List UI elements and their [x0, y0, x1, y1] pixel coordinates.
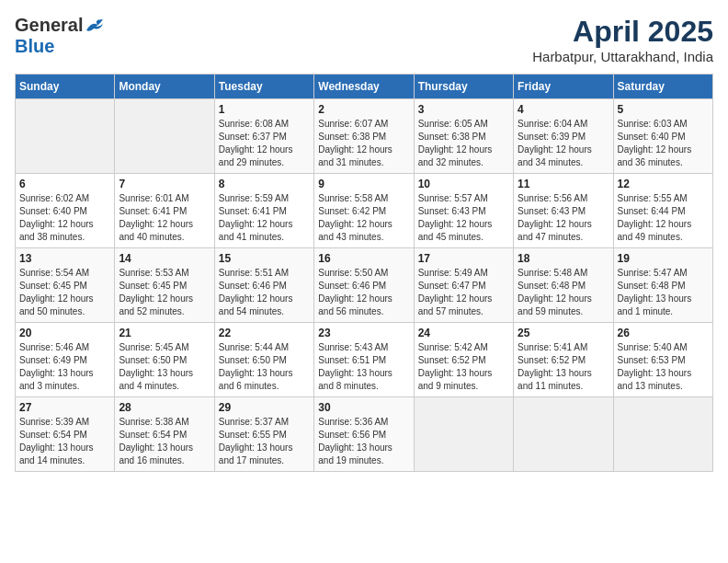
day-number: 26	[618, 327, 709, 339]
logo-bird-icon	[85, 17, 105, 34]
day-number: 22	[219, 327, 310, 339]
day-info: Sunrise: 5:38 AM Sunset: 6:54 PM Dayligh…	[119, 416, 210, 467]
day-info: Sunrise: 5:39 AM Sunset: 6:54 PM Dayligh…	[19, 416, 110, 467]
day-info: Sunrise: 5:37 AM Sunset: 6:55 PM Dayligh…	[219, 416, 310, 467]
calendar-cell: 21Sunrise: 5:45 AM Sunset: 6:50 PM Dayli…	[115, 323, 214, 397]
day-number: 6	[19, 178, 110, 190]
day-info: Sunrise: 5:47 AM Sunset: 6:48 PM Dayligh…	[618, 267, 709, 318]
day-number: 11	[518, 178, 609, 190]
logo: General Blue	[15, 15, 105, 57]
calendar-cell: 16Sunrise: 5:50 AM Sunset: 6:46 PM Dayli…	[314, 248, 414, 323]
calendar-cell: 3Sunrise: 6:05 AM Sunset: 6:38 PM Daylig…	[414, 99, 513, 174]
day-number: 28	[119, 401, 210, 414]
day-info: Sunrise: 5:48 AM Sunset: 6:48 PM Dayligh…	[518, 267, 609, 318]
day-info: Sunrise: 5:36 AM Sunset: 6:56 PM Dayligh…	[318, 416, 409, 467]
calendar-cell: 19Sunrise: 5:47 AM Sunset: 6:48 PM Dayli…	[613, 248, 712, 323]
day-number: 5	[618, 103, 709, 116]
calendar-cell	[115, 99, 214, 174]
week-row-4: 20Sunrise: 5:46 AM Sunset: 6:49 PM Dayli…	[16, 323, 713, 397]
calendar-cell: 7Sunrise: 6:01 AM Sunset: 6:41 PM Daylig…	[115, 174, 214, 248]
calendar-cell: 14Sunrise: 5:53 AM Sunset: 6:45 PM Dayli…	[115, 248, 214, 323]
location-subtitle: Harbatpur, Uttarakhand, India	[532, 49, 713, 64]
calendar-cell: 8Sunrise: 5:59 AM Sunset: 6:41 PM Daylig…	[214, 174, 313, 248]
calendar-cell: 1Sunrise: 6:08 AM Sunset: 6:37 PM Daylig…	[214, 99, 313, 174]
day-header-thursday: Thursday	[414, 75, 513, 99]
calendar-cell: 28Sunrise: 5:38 AM Sunset: 6:54 PM Dayli…	[115, 397, 214, 472]
logo-general: General	[15, 15, 83, 36]
day-info: Sunrise: 5:56 AM Sunset: 6:43 PM Dayligh…	[518, 192, 609, 244]
day-number: 27	[19, 401, 110, 414]
day-number: 2	[318, 103, 409, 116]
day-number: 7	[119, 178, 210, 190]
day-number: 29	[219, 401, 310, 414]
days-of-week-row: SundayMondayTuesdayWednesdayThursdayFrid…	[16, 75, 713, 99]
calendar-cell: 20Sunrise: 5:46 AM Sunset: 6:49 PM Dayli…	[16, 323, 115, 397]
day-info: Sunrise: 5:51 AM Sunset: 6:46 PM Dayligh…	[219, 267, 310, 318]
title-area: April 2025 Harbatpur, Uttarakhand, India	[532, 15, 713, 64]
day-info: Sunrise: 5:58 AM Sunset: 6:42 PM Dayligh…	[318, 192, 409, 244]
day-info: Sunrise: 5:50 AM Sunset: 6:46 PM Dayligh…	[318, 267, 409, 318]
calendar-table: SundayMondayTuesdayWednesdayThursdayFrid…	[15, 74, 713, 472]
calendar-cell: 27Sunrise: 5:39 AM Sunset: 6:54 PM Dayli…	[16, 397, 115, 472]
day-info: Sunrise: 5:44 AM Sunset: 6:50 PM Dayligh…	[219, 341, 310, 393]
calendar-cell: 6Sunrise: 6:02 AM Sunset: 6:40 PM Daylig…	[16, 174, 115, 248]
day-info: Sunrise: 5:46 AM Sunset: 6:49 PM Dayligh…	[19, 341, 110, 393]
calendar-cell: 15Sunrise: 5:51 AM Sunset: 6:46 PM Dayli…	[214, 248, 313, 323]
week-row-3: 13Sunrise: 5:54 AM Sunset: 6:45 PM Dayli…	[16, 248, 713, 323]
day-info: Sunrise: 6:07 AM Sunset: 6:38 PM Dayligh…	[318, 118, 409, 169]
day-header-sunday: Sunday	[16, 75, 115, 99]
calendar-cell: 24Sunrise: 5:42 AM Sunset: 6:52 PM Dayli…	[414, 323, 513, 397]
day-number: 20	[19, 327, 110, 339]
day-number: 13	[19, 252, 110, 265]
day-info: Sunrise: 5:41 AM Sunset: 6:52 PM Dayligh…	[518, 341, 609, 393]
calendar-body: 1Sunrise: 6:08 AM Sunset: 6:37 PM Daylig…	[16, 99, 713, 472]
calendar-cell	[613, 397, 712, 472]
calendar-header: SundayMondayTuesdayWednesdayThursdayFrid…	[16, 75, 713, 99]
day-info: Sunrise: 6:02 AM Sunset: 6:40 PM Dayligh…	[19, 192, 110, 244]
day-number: 19	[618, 252, 709, 265]
day-info: Sunrise: 5:45 AM Sunset: 6:50 PM Dayligh…	[119, 341, 210, 393]
day-header-tuesday: Tuesday	[214, 75, 313, 99]
day-info: Sunrise: 5:49 AM Sunset: 6:47 PM Dayligh…	[418, 267, 509, 318]
day-info: Sunrise: 5:53 AM Sunset: 6:45 PM Dayligh…	[119, 267, 210, 318]
week-row-2: 6Sunrise: 6:02 AM Sunset: 6:40 PM Daylig…	[16, 174, 713, 248]
day-number: 4	[518, 103, 609, 116]
day-number: 23	[318, 327, 409, 339]
calendar-cell: 11Sunrise: 5:56 AM Sunset: 6:43 PM Dayli…	[514, 174, 613, 248]
day-info: Sunrise: 5:59 AM Sunset: 6:41 PM Dayligh…	[219, 192, 310, 244]
header: General Blue April 2025 Harbatpur, Uttar…	[15, 15, 713, 64]
day-info: Sunrise: 5:43 AM Sunset: 6:51 PM Dayligh…	[318, 341, 409, 393]
month-year-title: April 2025	[532, 15, 713, 49]
calendar-cell: 5Sunrise: 6:03 AM Sunset: 6:40 PM Daylig…	[613, 99, 712, 174]
calendar-cell: 25Sunrise: 5:41 AM Sunset: 6:52 PM Dayli…	[514, 323, 613, 397]
calendar-cell: 13Sunrise: 5:54 AM Sunset: 6:45 PM Dayli…	[16, 248, 115, 323]
day-number: 3	[418, 103, 509, 116]
day-number: 16	[318, 252, 409, 265]
calendar-cell: 22Sunrise: 5:44 AM Sunset: 6:50 PM Dayli…	[214, 323, 313, 397]
day-number: 12	[618, 178, 709, 190]
day-info: Sunrise: 5:57 AM Sunset: 6:43 PM Dayligh…	[418, 192, 509, 244]
calendar-cell: 4Sunrise: 6:04 AM Sunset: 6:39 PM Daylig…	[514, 99, 613, 174]
day-number: 15	[219, 252, 310, 265]
day-number: 9	[318, 178, 409, 190]
day-number: 1	[219, 103, 310, 116]
calendar-cell	[414, 397, 513, 472]
calendar-cell: 30Sunrise: 5:36 AM Sunset: 6:56 PM Dayli…	[314, 397, 414, 472]
day-header-saturday: Saturday	[613, 75, 712, 99]
calendar-cell: 23Sunrise: 5:43 AM Sunset: 6:51 PM Dayli…	[314, 323, 414, 397]
day-info: Sunrise: 6:01 AM Sunset: 6:41 PM Dayligh…	[119, 192, 210, 244]
calendar-cell: 18Sunrise: 5:48 AM Sunset: 6:48 PM Dayli…	[514, 248, 613, 323]
day-info: Sunrise: 5:40 AM Sunset: 6:53 PM Dayligh…	[618, 341, 709, 393]
day-number: 24	[418, 327, 509, 339]
day-info: Sunrise: 6:04 AM Sunset: 6:39 PM Dayligh…	[518, 118, 609, 169]
day-number: 10	[418, 178, 509, 190]
day-header-friday: Friday	[514, 75, 613, 99]
calendar-cell	[16, 99, 115, 174]
day-number: 21	[119, 327, 210, 339]
calendar-cell: 9Sunrise: 5:58 AM Sunset: 6:42 PM Daylig…	[314, 174, 414, 248]
day-info: Sunrise: 6:08 AM Sunset: 6:37 PM Dayligh…	[219, 118, 310, 169]
day-number: 8	[219, 178, 310, 190]
day-info: Sunrise: 5:55 AM Sunset: 6:44 PM Dayligh…	[618, 192, 709, 244]
day-number: 14	[119, 252, 210, 265]
day-info: Sunrise: 5:54 AM Sunset: 6:45 PM Dayligh…	[19, 267, 110, 318]
